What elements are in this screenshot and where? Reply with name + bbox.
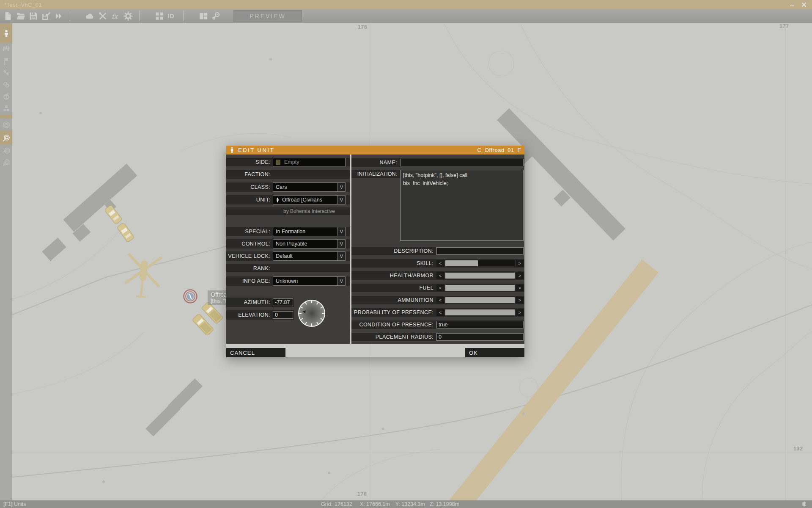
settings-button[interactable] (123, 11, 134, 22)
fuel-slider[interactable]: < > (436, 284, 524, 292)
ammunition-decrease-button[interactable]: < (436, 297, 444, 304)
health-armor-increase-button[interactable]: > (516, 272, 524, 279)
skill-track[interactable] (445, 260, 515, 266)
placement-radius-input[interactable] (436, 333, 524, 341)
intel-weather-button[interactable] (85, 11, 96, 22)
fuel-track[interactable] (445, 285, 515, 291)
chevron-down-icon[interactable]: V (337, 277, 345, 285)
chevron-down-icon[interactable]: V (337, 227, 345, 236)
ok-button[interactable]: OK (465, 348, 524, 357)
layout-button[interactable] (198, 11, 209, 22)
svg-text:ID: ID (168, 13, 175, 19)
chain-link-icon (2, 80, 11, 89)
sidebar-item-target-arrow[interactable] (0, 131, 12, 145)
probability-increase-button[interactable]: > (516, 309, 524, 316)
probability-row: PROBABILITY OF PRESENCE: < > (351, 308, 524, 317)
functions-button[interactable]: fx (110, 11, 121, 22)
cancel-button[interactable]: CANCEL (226, 348, 285, 357)
name-input[interactable] (400, 159, 524, 166)
sidebar-item-markers[interactable] (0, 91, 12, 102)
health-armor-fill (445, 273, 515, 279)
open-mission-button[interactable] (15, 11, 26, 22)
azimuth-dial[interactable] (297, 298, 326, 328)
sidebar-item-triggers[interactable] (0, 55, 12, 67)
health-armor-slider[interactable]: < > (436, 271, 524, 280)
health-armor-row: HEALTH/ARMOR < > (351, 271, 524, 280)
fuel-increase-button[interactable]: > (516, 284, 524, 291)
special-row: SPECIAL: In Formation V (226, 227, 350, 236)
dialog-title: EDIT UNIT (238, 147, 274, 153)
show-ids-button[interactable]: ID (167, 11, 178, 22)
save-button[interactable] (28, 11, 39, 22)
control-dropdown[interactable]: Non Playable V (273, 239, 346, 248)
probability-track[interactable] (445, 309, 515, 315)
probability-decrease-button[interactable]: < (436, 309, 444, 316)
condition-input[interactable] (436, 321, 524, 329)
sidebar-item-target-arrow-alt[interactable] (0, 145, 12, 157)
target-arrow-icon (2, 134, 11, 142)
sidebar-item-units[interactable] (0, 23, 12, 43)
id-icon: ID (167, 11, 178, 21)
ammunition-slider[interactable]: < > (436, 296, 524, 304)
close-button[interactable] (800, 1, 808, 8)
new-mission-button[interactable] (3, 11, 14, 22)
save-icon (28, 11, 38, 21)
arma-2d-editor: { "window": { "title": "*Test_VhC_01" },… (0, 0, 812, 508)
main-toolbar: fx ID (0, 9, 812, 23)
health-armor-decrease-button[interactable]: < (436, 272, 444, 279)
class-row: CLASS: Cars V (226, 182, 350, 192)
sidebar-item-modules[interactable] (0, 102, 12, 114)
chevron-down-icon[interactable]: V (337, 240, 345, 248)
probability-slider[interactable]: < > (436, 308, 524, 317)
info-age-dropdown[interactable]: Unknown V (273, 276, 346, 286)
grid-label-top-right: 177 (779, 23, 789, 29)
skill-label: SKILL: (351, 260, 436, 266)
skill-decrease-button[interactable]: < (436, 260, 444, 267)
ammunition-track[interactable] (445, 297, 515, 303)
globe-marker-icon (2, 92, 11, 101)
chevron-down-icon[interactable]: V (337, 252, 345, 260)
flag-icon (2, 57, 11, 65)
cubes-icon (2, 104, 11, 113)
minimize-button[interactable] (788, 1, 796, 8)
skill-slider[interactable]: < > (436, 259, 524, 268)
initialization-textarea[interactable]: [this, "hotpink", [], false] call bis_fn… (400, 170, 524, 241)
skill-increase-button[interactable]: > (516, 260, 524, 267)
show-textures-button[interactable] (154, 11, 165, 22)
sidebar-item-waypoints[interactable] (0, 67, 12, 79)
elevation-input[interactable] (273, 311, 293, 319)
author-byline: by Bohemia Interactive (273, 207, 346, 215)
sidebar-item-target-cross[interactable] (0, 157, 12, 168)
merge-button[interactable] (53, 11, 64, 22)
chevron-down-icon[interactable]: V (337, 196, 345, 204)
open-folder-icon (16, 11, 26, 21)
azimuth-input[interactable] (273, 298, 293, 306)
class-dropdown[interactable]: Cars V (273, 182, 346, 192)
fuel-decrease-button[interactable]: < (436, 284, 444, 291)
vehicle-lock-dropdown[interactable]: Default V (273, 251, 346, 261)
health-armor-label: HEALTH/ARMOR (351, 273, 436, 279)
dialog-header: EDIT UNIT C_Offroad_01_F (226, 146, 524, 155)
ammunition-increase-button[interactable]: > (516, 297, 524, 304)
preview-button[interactable]: PREVIEW (233, 10, 302, 22)
status-bar: [F1] Units Grid: 176132 X: 17666.1m Y: 1… (0, 500, 812, 508)
side-dropdown[interactable]: Empty (273, 158, 346, 166)
selected-unit-marker (184, 290, 197, 303)
fuel-fill (445, 285, 515, 291)
steam-publish-button[interactable] (211, 11, 222, 22)
sidebar-item-groups[interactable] (0, 43, 12, 55)
description-input[interactable] (436, 247, 524, 255)
dialog-right-panel: NAME: INITIALIZATION: [this, "hotpink", … (351, 155, 524, 344)
initialization-row: INITIALIZATION: [this, "hotpink", [], fa… (351, 170, 524, 241)
health-armor-track[interactable] (445, 273, 515, 279)
unit-dropdown[interactable]: Offroad [Civilians V (273, 195, 346, 204)
dialog-left-panel: SIDE: Empty FACTION: CLASS: Cars V UNIT: (226, 155, 350, 344)
chevron-down-icon[interactable]: V (337, 183, 345, 191)
cloud-icon (85, 11, 95, 21)
sidebar-item-synchronize[interactable] (0, 79, 12, 91)
sidebar-item-target[interactable] (0, 119, 12, 131)
description-label: DESCRIPTION: (351, 248, 436, 254)
save-as-button[interactable] (41, 11, 52, 22)
tools-button[interactable] (97, 11, 108, 22)
special-dropdown[interactable]: In Formation V (273, 227, 346, 236)
